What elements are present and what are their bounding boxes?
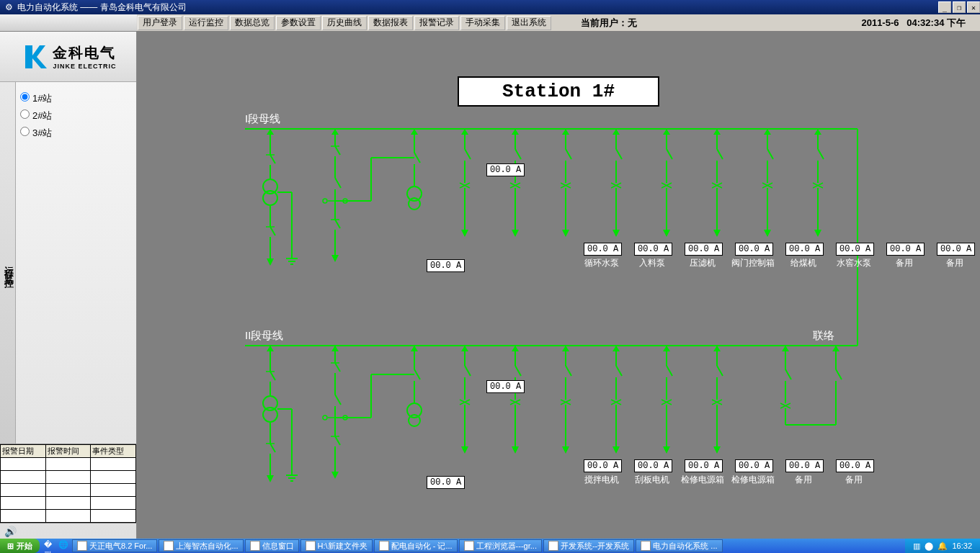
feeder-label: 搅拌电机	[584, 474, 619, 486]
taskbar-item[interactable]: H:\新建文件夹	[300, 539, 373, 552]
taskbar-item[interactable]: 工程浏览器---gr...	[459, 539, 542, 552]
feeder-label: 压滤机	[690, 257, 716, 269]
menu-运行监控[interactable]: 运行监控	[184, 16, 228, 30]
feeder-label: 备用	[946, 257, 963, 269]
feeder-value: 00.0 A	[735, 243, 773, 256]
feeder-label: 备用	[795, 474, 812, 486]
speaker-icon[interactable]: 🔊	[0, 523, 136, 539]
feeder-label: 备用	[845, 474, 863, 486]
feeder-value: 00.0 A	[634, 243, 672, 256]
menu-参数设置[interactable]: 参数设置	[276, 16, 321, 30]
system-tray[interactable]: ▥ ⬤ 🔔 16:32	[905, 539, 980, 553]
feeder-value: 00.0 A	[584, 459, 622, 472]
window-title: 电力自动化系统 —— 青岛金科电气有限公司	[17, 1, 187, 14]
svg-point-62	[409, 415, 420, 426]
taskbar-item[interactable]: 信息窗口	[245, 539, 299, 552]
feeder-label: 阀门控制箱	[731, 257, 775, 269]
sidebar: 金科电气JINKE ELECTRIC 运行监控 1#站2#站3#站 报警日期报警…	[0, 32, 137, 539]
feeder-label: 循环水泵	[584, 257, 619, 269]
taskbar: ⊞开始 �판 🌐 天正电气8.2 For...上海智杰自动化...信息窗口H:\…	[0, 539, 980, 553]
nav-section-label: 运行监控	[0, 82, 16, 444]
alarm-header: 事件类型	[91, 445, 136, 458]
alarm-header: 报警日期	[1, 445, 46, 458]
menu-历史曲线[interactable]: 历史曲线	[322, 16, 367, 30]
bus2-out-value: 00.0 A	[486, 380, 525, 393]
feeder-value: 00.0 A	[735, 459, 773, 472]
tray-icon[interactable]: ▥	[913, 541, 920, 551]
feeder-label: 备用	[896, 257, 913, 269]
station-radio-1[interactable]: 2#站	[20, 109, 132, 122]
alarm-header: 报警时间	[45, 445, 91, 458]
window-titlebar: ⚙ 电力自动化系统 —— 青岛金科电气有限公司 _ ❐ ✕	[0, 0, 980, 14]
menu-bar: 用户登录运行监控数据总览参数设置历史曲线数据报表报警记录手动采集退出系统 当前用…	[0, 14, 980, 32]
current-user: 当前用户：无	[581, 17, 637, 30]
bus2-inc-value: 00.0 A	[427, 476, 465, 489]
maximize-button[interactable]: ❐	[953, 1, 966, 13]
alarm-table: 报警日期报警时间事件类型	[0, 444, 136, 523]
start-button[interactable]: ⊞开始	[0, 539, 40, 553]
station-radio-0[interactable]: 1#站	[20, 92, 132, 105]
feeder-value: 00.0 A	[836, 243, 874, 256]
feeder-label: 给煤机	[790, 257, 816, 269]
feeder-label: 入料泵	[639, 257, 665, 269]
feeder-value: 00.0 A	[634, 459, 672, 472]
station-list: 1#站2#站3#站	[16, 82, 136, 444]
bus1-out-value: 00.0 A	[486, 163, 525, 176]
feeder-value: 00.0 A	[685, 459, 723, 472]
tray-clock: 16:32	[952, 541, 972, 550]
feeder-value: 00.0 A	[785, 459, 824, 472]
feeder-label: 检修电源箱	[681, 474, 724, 486]
menu-用户登录[interactable]: 用户登录	[138, 16, 182, 30]
feeder-label: 刮板电机	[635, 474, 669, 486]
tray-icon[interactable]: ⬤	[925, 541, 933, 551]
datetime-display: 2011-5-6 04:32:34 下午	[861, 17, 980, 30]
tray-icon[interactable]: 🔔	[937, 541, 948, 551]
taskbar-item[interactable]: 开发系统--开发系统	[543, 539, 634, 552]
menu-数据总览[interactable]: 数据总览	[230, 16, 275, 30]
feeder-value: 00.0 A	[836, 459, 874, 472]
feeder-value: 00.0 A	[685, 243, 723, 256]
taskbar-item[interactable]: 电力自动化系统 ...	[636, 539, 722, 552]
menu-手动采集[interactable]: 手动采集	[460, 16, 505, 30]
menu-报警记录[interactable]: 报警记录	[414, 16, 459, 30]
logo: 金科电气JINKE ELECTRIC	[0, 32, 136, 82]
close-button[interactable]: ✕	[967, 1, 980, 13]
feeder-label: 检修电源箱	[731, 474, 775, 486]
menu-数据报表[interactable]: 数据报表	[368, 16, 413, 30]
feeder-value: 00.0 A	[584, 243, 622, 256]
taskbar-item[interactable]: 配电自动化 - 记...	[374, 539, 458, 552]
feeder-value: 00.0 A	[937, 243, 975, 256]
feeder-label: 水窖水泵	[837, 257, 871, 269]
taskbar-item[interactable]: 天正电气8.2 For...	[72, 539, 157, 552]
feeder-value: 00.0 A	[886, 243, 925, 256]
station-radio-2[interactable]: 3#站	[20, 127, 132, 140]
feeder-value: 00.0 A	[785, 243, 824, 256]
menu-退出系统[interactable]: 退出系统	[507, 16, 551, 30]
bus1-inc-value: 00.0 A	[427, 259, 465, 272]
diagram-canvas: Station 1# I段母线 II段母线 联络	[137, 32, 980, 539]
taskbar-item[interactable]: 上海智杰自动化...	[159, 539, 243, 552]
app-icon: ⚙	[3, 1, 14, 13]
minimize-button[interactable]: _	[938, 1, 951, 13]
svg-point-45	[409, 198, 420, 210]
